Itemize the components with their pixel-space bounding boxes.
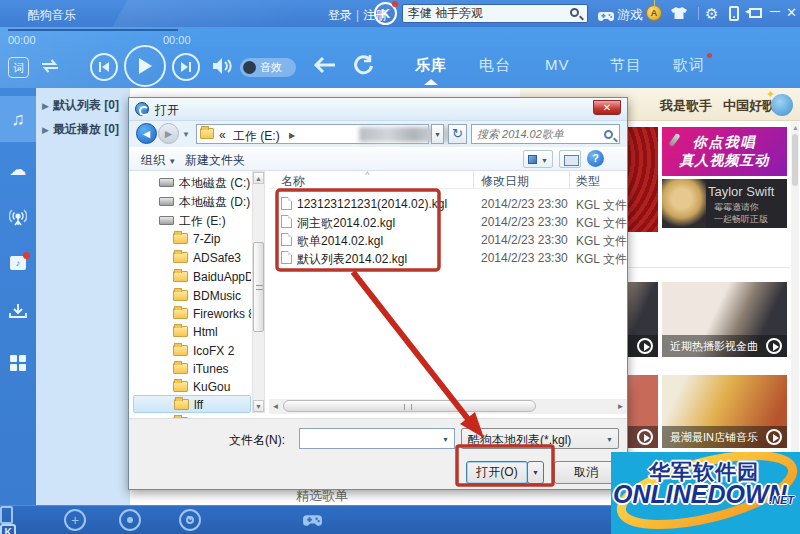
tab-i-am-singer[interactable]: 我是歌手: [660, 97, 712, 115]
address-dropdown-icon[interactable]: ▼: [431, 124, 444, 144]
forward-button[interactable]: ►: [158, 123, 179, 144]
help-icon[interactable]: ?: [587, 150, 604, 167]
add-music-icon[interactable]: +: [64, 509, 86, 531]
tree-item-folder-selected[interactable]: lff: [133, 395, 251, 413]
column-type[interactable]: 类型: [576, 173, 600, 190]
scroll-up-icon[interactable]: ▲: [253, 172, 264, 184]
search-box[interactable]: [402, 4, 588, 23]
refresh-icon[interactable]: [353, 54, 374, 78]
organize-menu[interactable]: 组织 ▼: [141, 152, 176, 169]
file-row[interactable]: 默认列表2014.02.kgl 2014/2/23 23:30 KGL 文件: [269, 249, 627, 267]
play-icon[interactable]: [766, 429, 782, 445]
tree-item-folder[interactable]: iTunes: [133, 360, 251, 378]
sound-effect-toggle[interactable]: 音效: [240, 58, 296, 77]
tree-item-folder[interactable]: 7-Zip: [133, 230, 251, 248]
lyrics-button[interactable]: 词: [8, 57, 29, 78]
play-icon[interactable]: [766, 338, 782, 354]
dialog-search-box[interactable]: [471, 124, 620, 144]
back-icon[interactable]: [313, 55, 337, 78]
volume-icon[interactable]: [212, 57, 234, 78]
scroll-right-icon[interactable]: ►: [614, 400, 627, 413]
breadcrumb-arrow-icon[interactable]: ▶: [289, 131, 295, 140]
file-row[interactable]: 123123121231(2014.02).kgl 2014/2/23 23:3…: [269, 195, 627, 213]
mini-mode-icon[interactable]: [749, 8, 762, 18]
tree-item-folder[interactable]: KuGou: [133, 378, 251, 396]
tree-item-folder[interactable]: Html: [133, 323, 251, 341]
tree-item-folder[interactable]: BaiduAppData: [133, 268, 251, 286]
tree-item-drive-e[interactable]: 工作 (E:): [133, 211, 251, 229]
kugou-logo-icon[interactable]: K: [374, 2, 397, 25]
video-card-shop-music[interactable]: 最潮最IN店铺音乐: [662, 375, 787, 448]
gamepad-icon[interactable]: [303, 514, 322, 530]
tab-mv[interactable]: MV: [545, 56, 570, 73]
play-button[interactable]: [124, 45, 166, 87]
file-row[interactable]: 洞主歌2014.02.kgl 2014/2/23 23:30 KGL 文件: [269, 213, 627, 231]
tree-item-folder[interactable]: Fireworks 8: [133, 305, 251, 323]
tab-shows[interactable]: 节目: [610, 56, 642, 75]
dialog-search-input[interactable]: [477, 127, 597, 141]
banner-taylor-swift[interactable]: Taylor Swift 霉霉邀请你 一起畅听正版: [662, 179, 787, 228]
breadcrumb-drive[interactable]: 工作 (E:): [233, 128, 280, 145]
filename-combo[interactable]: ▼: [299, 428, 455, 449]
tab-lyrics[interactable]: 歌词: [673, 56, 705, 75]
close-icon[interactable]: ✕: [786, 5, 797, 20]
file-row[interactable]: 歌单2014.02.kgl 2014/2/23 23:30 KGL 文件: [269, 231, 627, 249]
video-card-tv-hits[interactable]: 近期热播影视金曲: [662, 282, 787, 357]
views-button[interactable]: ▼: [523, 150, 553, 168]
minimize-icon[interactable]: ─: [770, 3, 780, 19]
open-button-dropdown-icon[interactable]: ▼: [527, 461, 544, 484]
tree-item-folder[interactable]: ADSafe3: [133, 249, 251, 267]
history-dropdown-icon[interactable]: ▼: [182, 130, 190, 139]
rail-ktv-icon[interactable]: ♪: [0, 240, 36, 286]
rail-download-icon[interactable]: [0, 288, 36, 334]
tab-radio[interactable]: 电台: [479, 56, 511, 75]
progress-bar[interactable]: [8, 29, 178, 31]
refresh-button[interactable]: ↻: [448, 124, 467, 144]
dialog-close-icon[interactable]: ✕: [593, 100, 621, 115]
column-date[interactable]: 修改日期: [481, 173, 529, 190]
horizontal-scrollbar[interactable]: ◄ ►: [269, 399, 627, 414]
rail-music-icon[interactable]: ♫: [0, 96, 36, 142]
tab-music-library[interactable]: 乐库: [415, 56, 447, 75]
scrollbar-thumb[interactable]: [253, 242, 264, 332]
gear-icon[interactable]: ⚙: [705, 5, 718, 23]
rail-apps-icon[interactable]: [0, 340, 36, 386]
kugou-k-icon[interactable]: K: [0, 524, 16, 534]
search-music-icon[interactable]: [179, 509, 201, 531]
column-name[interactable]: 名称: [281, 173, 305, 190]
dialog-titlebar[interactable]: 打开 ✕: [129, 98, 627, 121]
tree-item-drive-d[interactable]: 本地磁盘 (D:): [133, 192, 251, 210]
preview-pane-button[interactable]: [559, 150, 581, 168]
banner-live-sing[interactable]: 你点我唱 真人视频互动: [662, 127, 787, 176]
cancel-button[interactable]: 取消: [554, 461, 618, 484]
expand-arrow-icon[interactable]: ▶: [42, 101, 49, 111]
scroll-down-icon[interactable]: ▼: [253, 400, 264, 412]
breadcrumb[interactable]: « 工作 (E:) ▶: [196, 124, 429, 144]
expand-arrow-icon[interactable]: ▶: [42, 125, 49, 135]
scrollbar-thumb[interactable]: [283, 400, 536, 412]
back-button[interactable]: ◄: [136, 123, 157, 144]
search-input[interactable]: [408, 6, 563, 21]
scrollbar-thumb[interactable]: [792, 134, 798, 186]
breadcrumb-chevrons[interactable]: «: [219, 128, 226, 142]
playlist-default[interactable]: ▶默认列表 [0]: [42, 97, 132, 117]
tree-item-folder[interactable]: IcoFX 2: [133, 342, 251, 360]
medal-icon[interactable]: A: [646, 5, 662, 21]
phone-transfer-icon[interactable]: [0, 506, 13, 524]
skin-shirt-icon[interactable]: [670, 6, 688, 23]
search-icon[interactable]: [570, 8, 579, 17]
new-folder-button[interactable]: 新建文件夹: [185, 152, 245, 169]
tree-item-drive-c[interactable]: 本地磁盘 (C:): [133, 173, 251, 191]
previous-button[interactable]: [90, 53, 118, 81]
sidebar-scrollbar[interactable]: ▲: [791, 122, 799, 505]
tree-scrollbar[interactable]: ▲ ▼: [252, 171, 265, 413]
locate-playing-icon[interactable]: [119, 509, 141, 531]
rail-radio-icon[interactable]: [0, 194, 36, 240]
rail-cloud-icon[interactable]: ☁: [0, 146, 36, 192]
playlist-recent[interactable]: ▶最近播放 [0]: [42, 121, 132, 141]
loop-mode-icon[interactable]: [38, 57, 62, 78]
open-button[interactable]: 打开(O): [466, 461, 528, 484]
phone-icon[interactable]: [729, 6, 739, 21]
scroll-up-icon[interactable]: ▲: [792, 124, 799, 131]
next-button[interactable]: [172, 53, 200, 81]
